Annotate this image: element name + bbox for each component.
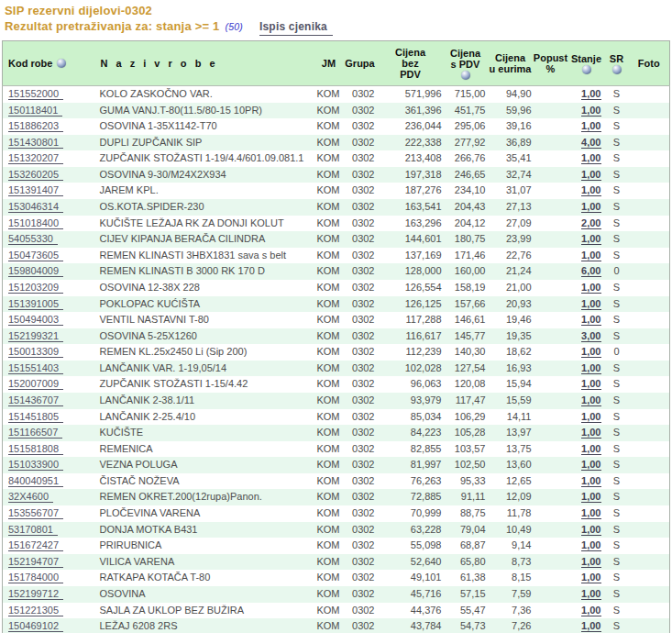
table-body: 151552000KOLO ZASKOČNO VAR.KOM0302571,99…: [3, 86, 670, 633]
part-code-link[interactable]: 150469102: [8, 620, 63, 632]
stock-value-link[interactable]: 1,00: [581, 314, 600, 326]
stock-value-link[interactable]: 1,00: [581, 556, 600, 568]
part-code-link[interactable]: 151436707: [8, 394, 63, 406]
stock-value-link[interactable]: 1,00: [581, 298, 600, 310]
part-code-cell: 151320207: [3, 150, 95, 167]
stock-value-link[interactable]: 1,00: [581, 475, 600, 487]
stock-value-link[interactable]: 1,00: [581, 411, 600, 423]
part-code-link[interactable]: 153260205: [8, 169, 63, 181]
stock-cell: 1,00: [568, 248, 605, 264]
stock-value-link[interactable]: 1,00: [581, 620, 600, 632]
stock-value-link[interactable]: 4,00: [581, 137, 600, 149]
sort-orb-icon[interactable]: [57, 59, 66, 68]
stock-value-link[interactable]: 1,00: [581, 459, 600, 471]
sort-orb-icon[interactable]: [612, 65, 622, 74]
part-code-link[interactable]: 150013309: [8, 346, 63, 358]
stock-value-link[interactable]: 1,00: [581, 427, 600, 439]
part-code-link[interactable]: 151551403: [8, 362, 63, 374]
unit-cell: KOM: [315, 361, 343, 377]
sort-orb-icon[interactable]: [461, 71, 470, 80]
table-row: 151672427PRIRUBNICAKOM030255,09868,879,1…: [3, 538, 670, 554]
part-code-link[interactable]: 151581808: [8, 443, 63, 455]
table-row: 32X4600REMEN OKRET.200(12rupa)Panon.KOM0…: [3, 489, 670, 505]
part-code-link[interactable]: 840040951: [8, 475, 63, 487]
part-code-link[interactable]: 151018400: [8, 217, 63, 229]
group-cell: 0302: [343, 473, 378, 490]
part-code-link[interactable]: 150118401: [8, 105, 62, 117]
stock-value-link[interactable]: 1,00: [581, 378, 600, 390]
sr-cell: S: [605, 135, 629, 151]
price-no-vat-cell: 82,855: [378, 441, 444, 458]
stock-value-link[interactable]: 1,00: [581, 572, 600, 583]
part-code-link[interactable]: 153046314: [8, 201, 63, 213]
stock-value-link[interactable]: 1,00: [581, 233, 600, 245]
part-code-link[interactable]: 152194707: [8, 556, 63, 568]
stock-value-link[interactable]: 1,00: [581, 88, 600, 100]
part-code-link[interactable]: 54055330: [8, 233, 58, 245]
sort-orb-icon[interactable]: [582, 65, 591, 74]
part-code-link[interactable]: 152199321: [8, 330, 63, 342]
stock-value-link[interactable]: 1,00: [581, 394, 600, 406]
part-code-link[interactable]: 150494003: [8, 314, 63, 326]
part-code-link[interactable]: 151391407: [8, 184, 63, 196]
part-name-cell: REMEN KL.25x2450 Li (Sip 200): [95, 344, 315, 361]
part-name-cell: REMEN OKRET.200(12rupa)Panon.: [95, 489, 315, 505]
stock-value-link[interactable]: 1,00: [581, 105, 600, 117]
part-code-link[interactable]: 150473605: [8, 250, 63, 261]
part-code-link[interactable]: 151430801: [8, 137, 63, 149]
unit-cell: KOM: [315, 554, 343, 571]
sr-cell: S: [605, 312, 629, 328]
group-cell: 0302: [343, 183, 378, 199]
stock-value-link[interactable]: 1,00: [581, 491, 600, 503]
sr-cell: S: [605, 473, 629, 490]
part-code-link[interactable]: 151166507: [8, 427, 62, 439]
stock-value-link[interactable]: 2,00: [581, 217, 600, 229]
part-code-link[interactable]: 53170801: [8, 524, 58, 536]
stock-value-link[interactable]: 1,00: [581, 250, 600, 261]
stock-value-link[interactable]: 1,00: [581, 282, 600, 294]
part-name-cell: REMEN KLINASTI B 3000 RK 170 D: [95, 263, 315, 280]
part-code-link[interactable]: 151552000: [8, 88, 63, 100]
stock-value-link[interactable]: 1,00: [581, 184, 600, 196]
search-result-line: Rezultat pretraživanja za: stanja >= 1 (…: [5, 18, 672, 36]
stock-value-link[interactable]: 1,00: [581, 539, 600, 551]
stock-value-link[interactable]: 1,00: [581, 588, 600, 600]
part-code-link[interactable]: 152007009: [8, 378, 63, 390]
part-code-link[interactable]: 151203209: [8, 282, 63, 294]
stock-value-link[interactable]: 1,00: [581, 362, 600, 374]
stock-value-link[interactable]: 1,00: [581, 169, 600, 181]
part-code-link[interactable]: 151391005: [8, 298, 63, 310]
part-code-link[interactable]: 151320207: [8, 152, 63, 164]
part-code-link[interactable]: 151672427: [8, 539, 63, 551]
part-code-cell: 151886203: [3, 118, 95, 135]
stock-value-link[interactable]: 1,00: [581, 346, 600, 358]
stock-value-link[interactable]: 1,00: [581, 152, 600, 164]
part-code-link[interactable]: 153556707: [8, 507, 63, 519]
part-code-link[interactable]: 151784000: [8, 572, 63, 583]
part-code-link[interactable]: 151886203: [8, 120, 63, 132]
stock-cell: 1,00: [568, 441, 605, 458]
print-pricelist-link[interactable]: Ispis cjenika: [259, 19, 333, 36]
col-header-stock-label: Stanje: [571, 53, 601, 64]
price-no-vat-cell: 213,408: [378, 150, 444, 167]
stock-value-link[interactable]: 1,00: [581, 524, 600, 536]
stock-value-link[interactable]: 1,00: [581, 443, 600, 455]
part-code-link[interactable]: 151221305: [8, 605, 63, 616]
part-code-cell: 53170801: [3, 522, 95, 539]
stock-value-link[interactable]: 1,00: [581, 120, 600, 132]
stock-value-link[interactable]: 1,00: [581, 507, 600, 519]
part-name-cell: KOLO ZASKOČNO VAR.: [95, 86, 315, 103]
stock-value-link[interactable]: 1,00: [581, 201, 600, 213]
part-code-cell: 151203209: [3, 280, 95, 296]
discount-cell: [534, 263, 568, 280]
stock-value-link[interactable]: 1,00: [581, 605, 600, 616]
part-code-link[interactable]: 151033900: [8, 459, 63, 471]
part-code-link[interactable]: 32X4600: [8, 491, 53, 503]
part-code-link[interactable]: 151451805: [8, 411, 63, 423]
part-code-link[interactable]: 159804009: [8, 265, 63, 277]
part-code-link[interactable]: 152199712: [8, 588, 63, 600]
table-row: 150013309REMEN KL.25x2450 Li (Sip 200)KO…: [3, 344, 670, 361]
stock-value-link[interactable]: 3,00: [581, 330, 600, 342]
group-cell: 0302: [343, 328, 378, 345]
stock-value-link[interactable]: 6,00: [581, 265, 600, 277]
